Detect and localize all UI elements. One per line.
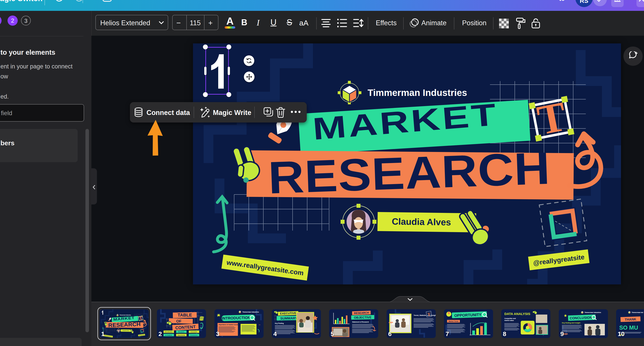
svg-text:Importance of market research: Importance of market research <box>219 324 240 326</box>
svg-text:Timmerman Ind: Timmerman Ind <box>632 312 643 313</box>
svg-text:SO MU: SO MU <box>619 324 638 331</box>
svg-text:Timmerman Industries: Timmerman Industries <box>368 88 467 98</box>
svg-text:Timmerman Industries: Timmerman Industries <box>584 312 601 313</box>
svg-text:OBJECTIVE: OBJECTIVE <box>354 315 372 319</box>
svg-text:net: net <box>259 324 260 325</box>
svg-text:ta Analysis: ta Analysis <box>165 334 172 336</box>
svg-text:RESEARCH: RESEARCH <box>267 142 551 203</box>
svg-text:Claudia Alves: Claudia Alves <box>392 216 451 227</box>
svg-text:Statement of Research: Statement of Research <box>352 321 369 323</box>
svg-text:OF: OF <box>176 319 182 323</box>
svg-text:Research: Research <box>178 331 184 332</box>
svg-text:THANK: THANK <box>624 317 636 321</box>
svg-text:Opportunity: Opportunity <box>178 334 185 336</box>
svg-text:market value: market value <box>504 320 514 321</box>
svg-text:TABLE: TABLE <box>178 312 192 317</box>
svg-text:Conclusion: Conclusion <box>190 334 198 336</box>
svg-text:Key Finding: Key Finding <box>275 322 284 324</box>
svg-text:Key finding and insight: Key finding and insight <box>562 322 580 324</box>
svg-text:Market Trend: Market Trend <box>448 320 458 322</box>
svg-text:RESEARCH: RESEARCH <box>354 311 369 315</box>
svg-text:Trend, Statistic, and Insight: Trend, Statistic, and Insight <box>414 314 436 316</box>
svg-text:DATA ANALYSIS: DATA ANALYSIS <box>504 312 530 316</box>
svg-text:SUMMARY: SUMMARY <box>280 316 297 320</box>
svg-text:Introduction: Introduction <box>165 331 172 332</box>
svg-text:CONCLUSION: CONCLUSION <box>570 315 592 320</box>
svg-text:INTRODUCTION: INTRODUCTION <box>222 316 251 320</box>
svg-text:EXECUTIVE: EXECUTIVE <box>280 311 296 315</box>
svg-text:Consumer: Consumer <box>190 331 197 332</box>
svg-text:Timmerman Industries: Timmerman Industries <box>242 311 259 313</box>
svg-text:Competitor and: Competitor and <box>504 318 516 319</box>
